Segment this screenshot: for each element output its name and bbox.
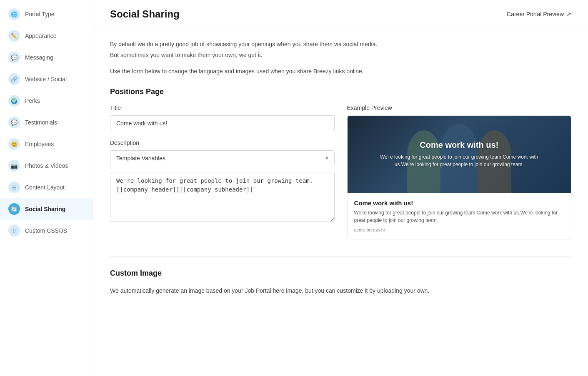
employees-icon: 😊 <box>8 138 20 150</box>
page-body: By default we do a pretty good job of sh… <box>93 27 588 308</box>
sidebar-item-label: Testimonials <box>25 119 57 126</box>
sidebar-item-label: Website / Social <box>25 76 67 82</box>
sidebar-item-social-sharing[interactable]: 🔄 Social Sharing <box>0 198 93 220</box>
sidebar-item-label: Content Layout <box>25 184 65 191</box>
preview-card: Come work with us! We're looking for gre… <box>347 115 572 239</box>
website-social-icon: 🔗 <box>8 73 20 85</box>
sidebar-item-label: Messaging <box>25 54 53 61</box>
preview-overlay-title: Come work with us! <box>376 140 543 150</box>
intro-line3: Use the form below to change the languag… <box>110 67 571 76</box>
preview-card-title: Come work with us! <box>354 199 565 207</box>
intro-line1: By default we do a pretty good job of sh… <box>110 40 571 49</box>
template-variables-select-wrapper: Template Variables ▼ <box>110 150 335 166</box>
page-header: Social Sharing Career Portal Preview ↗ <box>93 0 588 27</box>
positions-page-section-title: Positions Page <box>110 87 571 96</box>
page-title: Social Sharing <box>110 8 180 20</box>
form-left-column: Title Description Template Variables ▼ W… <box>110 105 335 224</box>
sidebar-item-content-layout[interactable]: ☰ Content Layout <box>0 177 93 198</box>
career-portal-label: Career Portal Preview <box>507 11 564 17</box>
intro-block: By default we do a pretty good job of sh… <box>110 40 571 76</box>
template-variables-select[interactable]: Template Variables <box>110 150 335 166</box>
sidebar-item-employees[interactable]: 😊 Employees <box>0 133 93 155</box>
example-preview-label: Example Preview <box>347 105 572 111</box>
preview-overlay-desc: We're looking for great people to join o… <box>376 153 543 168</box>
sidebar-item-label: Photos & Videos <box>25 162 68 169</box>
title-input[interactable] <box>110 115 335 131</box>
custom-css-js-icon: ⟨⟩ <box>8 225 20 237</box>
sidebar-item-messaging[interactable]: 💬 Messaging <box>0 47 93 68</box>
portal-type-icon: 🌐 <box>8 8 20 20</box>
description-textarea[interactable]: We're looking for great people to join o… <box>110 172 335 222</box>
sidebar-item-website-social[interactable]: 🔗 Website / Social <box>0 68 93 90</box>
sidebar-item-label: Social Sharing <box>25 206 65 212</box>
external-link-icon: ↗ <box>566 11 571 17</box>
form-right-column: Example Preview Come work with us! We're… <box>347 105 572 239</box>
description-field-label: Description <box>110 139 335 146</box>
messaging-icon: 💬 <box>8 52 20 63</box>
preview-image-area: Come work with us! We're looking for gre… <box>348 116 571 193</box>
sidebar-item-perks[interactable]: 🌍 Perks <box>0 90 93 112</box>
perks-icon: 🌍 <box>8 95 20 107</box>
career-portal-preview-link[interactable]: Career Portal Preview ↗ <box>507 11 571 17</box>
main-content-area: Social Sharing Career Portal Preview ↗ B… <box>93 0 588 376</box>
testimonials-icon: 💬 <box>8 117 20 128</box>
custom-image-section-title: Custom Image <box>110 269 571 278</box>
intro-line2: But sometimes you want to make them your… <box>110 50 571 60</box>
sidebar-item-custom-css-js[interactable]: ⟨⟩ Custom CSS/JS <box>0 220 93 242</box>
preview-card-desc: We're looking for great people to join o… <box>354 209 565 224</box>
sidebar-item-appearance[interactable]: ✏️ Appearance <box>0 25 93 47</box>
sidebar-item-portal-type[interactable]: 🌐 Portal Type <box>0 3 93 25</box>
section-divider <box>110 256 571 256</box>
sidebar-item-label: Portal Type <box>25 11 55 17</box>
sidebar-item-photos-videos[interactable]: 📷 Photos & Videos <box>0 155 93 177</box>
sidebar-item-label: Appearance <box>25 32 57 39</box>
preview-overlay-text: Come work with us! We're looking for gre… <box>376 140 543 168</box>
title-field-label: Title <box>110 105 335 111</box>
sidebar: 🌐 Portal Type ✏️ Appearance 💬 Messaging … <box>0 0 93 376</box>
sidebar-item-label: Custom CSS/JS <box>25 227 67 234</box>
photos-videos-icon: 📷 <box>8 160 20 172</box>
custom-image-description: We automatically generate an image based… <box>110 286 571 295</box>
sidebar-item-label: Perks <box>25 97 40 104</box>
sidebar-item-testimonials[interactable]: 💬 Testimonials <box>0 112 93 133</box>
content-layout-icon: ☰ <box>8 182 20 193</box>
preview-card-url: acme.breezy.hr <box>354 227 565 232</box>
appearance-icon: ✏️ <box>8 30 20 42</box>
positions-page-form: Title Description Template Variables ▼ W… <box>110 105 571 239</box>
preview-text-area: Come work with us! We're looking for gre… <box>348 193 571 239</box>
social-sharing-icon: 🔄 <box>8 203 20 215</box>
sidebar-item-label: Employees <box>25 141 54 147</box>
